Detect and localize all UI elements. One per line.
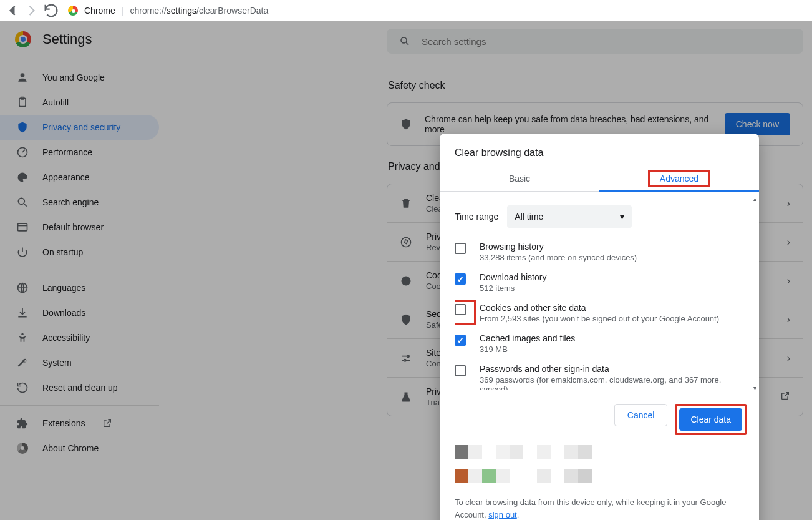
checkbox-download-history[interactable] (455, 273, 466, 285)
tab-basic[interactable]: Basic (440, 166, 599, 191)
back-button[interactable] (4, 2, 21, 19)
clear-browsing-data-dialog: Clear browsing data Basic Advanced Time … (440, 134, 759, 520)
reload-button[interactable] (42, 2, 60, 19)
url-path: chrome://settings/clearBrowserData (130, 6, 268, 16)
chevron-down-icon: ▾ (620, 212, 624, 222)
checkbox-cookies[interactable] (455, 304, 466, 315)
dialog-tabs: Basic Advanced (440, 166, 759, 192)
scroll-up-icon[interactable]: ▴ (753, 195, 756, 202)
chrome-icon (68, 6, 78, 16)
checkbox-passwords[interactable] (455, 365, 466, 376)
browser-toolbar: Chrome | chrome://settings/clearBrowserD… (0, 0, 812, 21)
checkbox-row-cookies: Cookies and other site dataFrom 2,593 si… (455, 298, 745, 328)
forward-button[interactable] (23, 2, 41, 19)
highlight-annotation: Clear data (675, 404, 747, 435)
checkbox-cached[interactable] (455, 335, 466, 346)
checkbox-row-download-history: Download history512 items (455, 267, 745, 298)
cancel-button[interactable]: Cancel (614, 404, 668, 426)
checkbox-row-browsing-history: Browsing history33,288 items (and more o… (455, 237, 745, 267)
dialog-footer-note: To clear browsing data from this device … (440, 493, 759, 520)
dialog-scroll-area[interactable]: Time range All time ▾ Browsing history33… (455, 197, 756, 390)
time-range-select[interactable]: All time ▾ (507, 205, 632, 228)
checkbox-row-cached: Cached images and files319 MB (455, 328, 745, 359)
url-origin-label: Chrome (84, 6, 115, 16)
checkbox-row-passwords: Passwords and other sign-in data369 pass… (455, 359, 745, 390)
sign-out-link[interactable]: sign out (488, 510, 517, 519)
clear-data-button[interactable]: Clear data (679, 408, 742, 431)
tab-advanced[interactable]: Advanced (599, 166, 759, 191)
redacted-profile-area-2 (440, 469, 759, 493)
dialog-title: Clear browsing data (440, 134, 759, 166)
address-bar[interactable]: Chrome | chrome://settings/clearBrowserD… (68, 6, 268, 16)
redacted-profile-area (440, 443, 759, 469)
time-range-label: Time range (455, 212, 498, 222)
checkbox-browsing-history[interactable] (455, 243, 466, 254)
scroll-down-icon[interactable]: ▾ (753, 385, 756, 391)
